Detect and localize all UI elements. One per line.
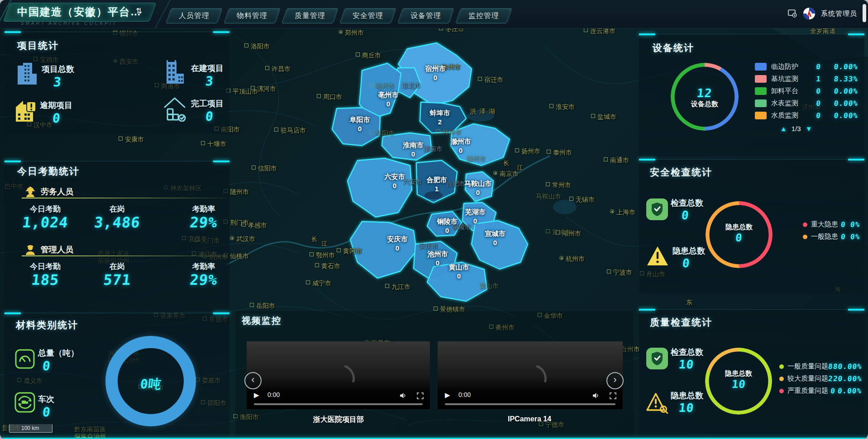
legend-item[interactable]: 一般质量问题880.00% — [779, 360, 862, 373]
fullscreen-icon[interactable] — [417, 392, 424, 399]
map-city-count: 0 — [437, 226, 458, 235]
page-down-icon[interactable]: ▼ — [806, 125, 812, 132]
legend-count: 0 — [807, 111, 821, 120]
stat-value: 3,486 — [89, 214, 145, 231]
map-marker-icon — [493, 171, 497, 175]
legend-label: 一般质量问题 — [787, 362, 828, 371]
legend-swatch — [755, 87, 767, 95]
video-player-1[interactable]: ▶ 0:00 — [247, 341, 430, 409]
legend-item[interactable]: 卸料平台00.00% — [755, 85, 858, 97]
manager-icon — [24, 244, 36, 255]
stat-label: 总量（吨） — [38, 348, 79, 359]
video-controls — [592, 392, 616, 399]
carousel-prev-button[interactable]: ‹ — [244, 372, 262, 389]
map-city-marker[interactable]: 亳州市0 — [378, 90, 399, 109]
map-marker-icon — [119, 137, 123, 141]
map-label: 东 — [686, 298, 692, 307]
tab-monitoring[interactable]: 监控管理 — [458, 8, 510, 24]
play-button[interactable]: ▶ — [445, 391, 450, 399]
tab-safety[interactable]: 安全管理 — [342, 8, 394, 24]
map-label: 马鞍山市 — [536, 193, 561, 201]
map-city-count: 0 — [387, 244, 408, 253]
map-city-marker[interactable]: 铜陵市0 — [437, 217, 458, 235]
donut-center-value: 10 — [731, 378, 746, 391]
legend-item[interactable]: 基坑监测18.33% — [755, 73, 858, 85]
map-city-marker[interactable]: 黄山市0 — [449, 263, 469, 281]
map-label: 常州市 — [546, 181, 571, 189]
stat-value: 0 — [681, 208, 690, 222]
map-city-marker[interactable]: 池州市0 — [428, 250, 448, 268]
map-city-count: 0 — [385, 181, 405, 190]
stat-value: 0 — [52, 111, 61, 126]
avatar[interactable] — [803, 7, 816, 20]
volume-icon[interactable] — [400, 392, 407, 399]
map-city-marker[interactable]: 安庆市0 — [387, 235, 408, 253]
worker-icon — [24, 186, 36, 198]
title-sort-icon[interactable]: ⇅ — [136, 6, 142, 16]
map-city-marker[interactable]: 六安市0 — [385, 172, 405, 190]
volume-icon[interactable] — [592, 392, 600, 399]
stat-label: 今日考勤 — [18, 204, 72, 214]
map-city-marker[interactable]: 芜湖市0 — [465, 208, 486, 226]
legend-item[interactable]: 临边防护00.00% — [755, 61, 858, 73]
carousel-next-button[interactable]: › — [606, 372, 624, 389]
panel-title: 设备统计 — [653, 42, 694, 54]
legend-label: 严重质量问题 — [787, 387, 828, 395]
tab-quality[interactable]: 质量管理 — [284, 8, 336, 24]
fullscreen-icon[interactable] — [610, 392, 616, 399]
progress-bar[interactable] — [254, 403, 423, 405]
screen-settings-icon[interactable] — [787, 9, 797, 18]
page-indicator: 1/3 — [792, 125, 801, 132]
progress-bar[interactable] — [445, 403, 615, 405]
map-city-name: 亳州市 — [378, 90, 399, 99]
stat-value: 10 — [678, 358, 694, 371]
map-city-marker[interactable]: 淮南市0 — [403, 141, 424, 159]
legend-pager: ▲ 1/3 ▼ — [780, 125, 812, 132]
map-label: 驻马店市 — [274, 127, 306, 135]
tab-material[interactable]: 物料管理 — [226, 8, 278, 24]
map-city-name: 滁州市 — [451, 137, 471, 146]
play-button[interactable]: ▶ — [254, 391, 259, 399]
donut-center: 隐患总数 10 — [705, 369, 772, 391]
legend-item[interactable]: 重大隐患00% — [803, 218, 860, 231]
panel-title: 材料类别统计 — [16, 319, 78, 331]
map-label: 黄山市 — [480, 282, 499, 290]
map-city-count: 0 — [350, 124, 370, 133]
map-city-marker[interactable]: 合肥市1 — [427, 175, 447, 194]
legend-swatch — [755, 63, 767, 71]
donut-center: 12 设备总数 — [671, 86, 739, 109]
map-city-count: 0 — [378, 99, 399, 109]
map-city-marker[interactable]: 阜阳市0 — [350, 115, 370, 133]
map-label: 十堰市 — [201, 140, 226, 148]
map-label: 商丘市 — [356, 52, 381, 60]
legend-dot — [779, 389, 784, 393]
map-city-marker[interactable]: 宿州市0 — [425, 64, 446, 82]
map-city-marker[interactable]: 马鞍山市0 — [464, 179, 491, 197]
map-label: 盐城市 — [591, 113, 616, 121]
scrollbar-thumb[interactable] — [863, 4, 866, 22]
legend-item[interactable]: 水表监测00.00% — [755, 97, 858, 109]
legend-item[interactable]: 一般隐患00% — [803, 231, 860, 243]
map-city-marker[interactable]: 滁州市0 — [451, 137, 471, 155]
tab-personnel[interactable]: 人员管理 — [168, 8, 220, 24]
stat-value: 1,024 — [17, 214, 73, 231]
map-city-marker[interactable]: 蚌埠市2 — [430, 109, 450, 127]
donut-center-value: 12 — [696, 86, 713, 100]
panel-attendance: 今日考勤统计 劳务人员 今日考勤 1,024 在岗 3,486 考勤率 29% … — [5, 161, 229, 312]
legend-item[interactable]: 水质监测00.00% — [755, 109, 858, 122]
tab-equipment[interactable]: 设备管理 — [400, 8, 452, 24]
map-label: 扬州市 — [515, 147, 540, 156]
map-marker-icon — [315, 263, 319, 267]
divider — [22, 255, 226, 256]
page-up-icon[interactable]: ▲ — [780, 125, 787, 132]
legend-swatch — [755, 112, 767, 119]
quality-legend: 一般质量问题880.00% 较大质量问题220.00% 严重质量问题00.00% — [779, 360, 862, 397]
map-city-marker[interactable]: 宣城市0 — [485, 229, 506, 247]
legend-item[interactable]: 较大质量问题220.00% — [779, 373, 862, 385]
map-label: 洛阳市 — [244, 42, 270, 51]
admin-name[interactable]: 系统管理员 — [821, 9, 857, 18]
video-player-2[interactable]: ▶ 0:00 — [438, 341, 623, 409]
map-marker-icon — [337, 248, 341, 252]
legend-item[interactable]: 严重质量问题00.00% — [779, 385, 862, 397]
map-marker-icon — [549, 104, 553, 108]
